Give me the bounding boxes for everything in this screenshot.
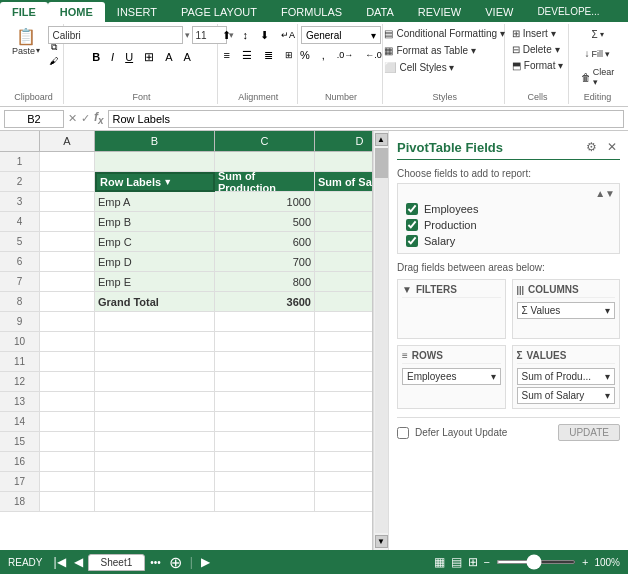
row-labels-dropdown-icon[interactable]: ▼ (163, 177, 172, 187)
cell-c1[interactable] (215, 152, 315, 172)
clear-button[interactable]: 🗑 Clear ▾ (576, 64, 620, 90)
col-header-a[interactable]: A (40, 131, 95, 151)
page-layout-view-btn[interactable]: ▤ (451, 555, 462, 569)
align-bottom-button[interactable]: ⬇ (255, 26, 274, 44)
cell-c7[interactable]: 800 (215, 272, 315, 292)
cell-a16[interactable] (40, 452, 95, 472)
field-scroll-up[interactable]: ▲ (595, 188, 605, 199)
cell-d4[interactable]: 1000 (315, 212, 373, 232)
conditional-formatting-button[interactable]: ▤ Conditional Formatting ▾ (379, 26, 510, 41)
cell-c13[interactable] (215, 392, 315, 412)
cell-c15[interactable] (215, 432, 315, 452)
insert-button[interactable]: ⊞ Insert ▾ (507, 26, 561, 41)
comma-button[interactable]: , (317, 46, 330, 64)
field-checkbox-employees[interactable] (406, 203, 418, 215)
cell-a3[interactable] (40, 192, 95, 212)
field-checkbox-salary[interactable] (406, 235, 418, 247)
italic-button[interactable]: I (106, 48, 119, 66)
col-header-d[interactable]: D (315, 131, 373, 151)
zoom-plus-btn[interactable]: + (582, 556, 588, 568)
cell-a5[interactable] (40, 232, 95, 252)
cell-c14[interactable] (215, 412, 315, 432)
cell-b15[interactable] (95, 432, 215, 452)
cell-d2[interactable]: Sum of Salary (315, 172, 373, 192)
cell-b8[interactable]: Grand Total (95, 292, 215, 312)
cell-a18[interactable] (40, 492, 95, 512)
align-middle-button[interactable]: ↕ (238, 26, 254, 44)
scroll-up-btn[interactable]: ▲ (375, 133, 388, 146)
cell-a17[interactable] (40, 472, 95, 492)
tab-review[interactable]: REVIEW (406, 2, 473, 22)
border-button[interactable]: ⊞ (139, 48, 159, 66)
cancel-formula-icon[interactable]: ✕ (68, 112, 77, 125)
cell-a7[interactable] (40, 272, 95, 292)
vertical-scrollbar[interactable]: ▲ ▼ (373, 131, 388, 550)
sheet-nav-next[interactable]: ▶ (198, 555, 213, 569)
align-center-button[interactable]: ☰ (237, 46, 257, 64)
name-box[interactable] (4, 110, 64, 128)
cell-a1[interactable] (40, 152, 95, 172)
cell-d12[interactable] (315, 372, 373, 392)
cell-a6[interactable] (40, 252, 95, 272)
tab-view[interactable]: VIEW (473, 2, 525, 22)
sheet-nav-prev[interactable]: ◀ (71, 555, 86, 569)
cell-c10[interactable] (215, 332, 315, 352)
cell-d17[interactable] (315, 472, 373, 492)
cell-c5[interactable]: 600 (215, 232, 315, 252)
number-format-dropdown[interactable]: General ▾ (301, 26, 381, 44)
cell-d11[interactable] (315, 352, 373, 372)
cell-a10[interactable] (40, 332, 95, 352)
cell-a13[interactable] (40, 392, 95, 412)
align-left-button[interactable]: ≡ (219, 46, 235, 64)
scroll-track[interactable] (375, 148, 388, 533)
cell-d6[interactable]: 1400 (315, 252, 373, 272)
pivot-close-icon[interactable]: ✕ (604, 139, 620, 155)
cell-d9[interactable] (315, 312, 373, 332)
cell-b6[interactable]: Emp D (95, 252, 215, 272)
autosum-button[interactable]: Σ ▾ (582, 26, 612, 43)
cell-b16[interactable] (95, 452, 215, 472)
field-checkbox-production[interactable] (406, 219, 418, 231)
cell-a8[interactable] (40, 292, 95, 312)
cell-b1[interactable] (95, 152, 215, 172)
format-button[interactable]: ⬒ Format ▾ (507, 58, 569, 73)
confirm-formula-icon[interactable]: ✓ (81, 112, 90, 125)
tab-formulas[interactable]: FORMULAS (269, 2, 354, 22)
cell-b4[interactable]: Emp B (95, 212, 215, 232)
tab-developer[interactable]: DEVELOPE... (525, 2, 611, 22)
cell-b18[interactable] (95, 492, 215, 512)
cell-c9[interactable] (215, 312, 315, 332)
delete-button[interactable]: ⊟ Delete ▾ (507, 42, 565, 57)
cell-c11[interactable] (215, 352, 315, 372)
formula-input[interactable] (108, 110, 624, 128)
cell-b5[interactable]: Emp C (95, 232, 215, 252)
rows-employees-dropdown[interactable]: Employees ▾ (402, 368, 501, 385)
fill-button[interactable]: ↓ Fill ▾ (579, 45, 615, 62)
cell-d14[interactable] (315, 412, 373, 432)
cell-d5[interactable]: 1200 (315, 232, 373, 252)
pivot-settings-icon[interactable]: ⚙ (583, 139, 600, 155)
percent-button[interactable]: % (295, 46, 315, 64)
cell-d18[interactable] (315, 492, 373, 512)
cell-c2[interactable]: Sum of Production (215, 172, 315, 192)
cell-a15[interactable] (40, 432, 95, 452)
bold-button[interactable]: B (87, 48, 105, 66)
sheet-tab-1[interactable]: Sheet1 (88, 554, 146, 571)
cell-c3[interactable]: 1000 (215, 192, 315, 212)
tab-insert[interactable]: INSERT (105, 2, 169, 22)
cell-b3[interactable]: Emp A (95, 192, 215, 212)
cell-b2[interactable]: Row Labels ▼ (95, 172, 215, 192)
cell-c16[interactable] (215, 452, 315, 472)
cell-d10[interactable] (315, 332, 373, 352)
cell-a12[interactable] (40, 372, 95, 392)
cell-a11[interactable] (40, 352, 95, 372)
cell-a4[interactable] (40, 212, 95, 232)
cell-d15[interactable] (315, 432, 373, 452)
cell-c17[interactable] (215, 472, 315, 492)
tab-page-layout[interactable]: PAGE LAYOUT (169, 2, 269, 22)
sheet-nav-dots[interactable]: ••• (147, 557, 164, 568)
cell-b10[interactable] (95, 332, 215, 352)
values-salary-dropdown[interactable]: Sum of Salary ▾ (517, 387, 616, 404)
align-right-button[interactable]: ≣ (259, 46, 278, 64)
page-break-view-btn[interactable]: ⊞ (468, 555, 478, 569)
